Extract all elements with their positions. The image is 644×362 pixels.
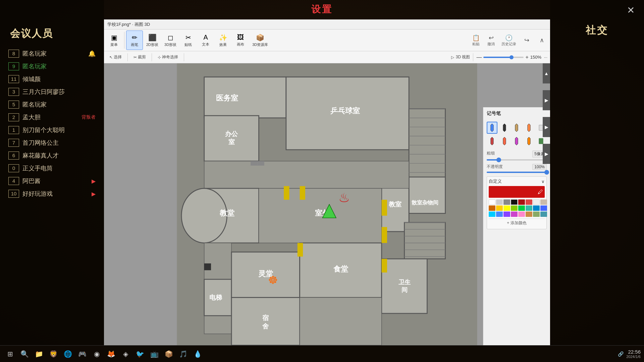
taskbar-app7[interactable]: 💧	[191, 347, 204, 361]
zoom-minus[interactable]: —	[476, 54, 482, 60]
panel-nav-down3[interactable]: ▶	[543, 144, 550, 164]
thickness-slider[interactable]	[487, 159, 547, 161]
zoom-plus[interactable]: +	[525, 54, 528, 60]
color-swatch[interactable]	[496, 199, 503, 205]
toolbar-画布[interactable]: 🖼画布	[232, 31, 249, 50]
magic-select-tool[interactable]: ⊹ 神奇选择	[155, 53, 181, 61]
taskbar-files[interactable]: 📁	[32, 347, 46, 361]
pen-svg-3	[526, 123, 532, 132]
color-swatch[interactable]	[526, 205, 532, 211]
toolbar-right-btn-1[interactable]: ↩撤消	[484, 33, 498, 48]
color-swatch[interactable]	[518, 205, 525, 211]
color-swatch[interactable]	[511, 212, 518, 217]
color-swatch[interactable]	[540, 212, 547, 217]
crop-tool[interactable]: ✂ 裁剪	[131, 53, 149, 61]
toolbar-画笔[interactable]: ✏画笔	[126, 31, 143, 50]
custom-header[interactable]: 自定义 ∨	[489, 178, 545, 184]
color-swatch[interactable]	[496, 212, 503, 217]
color-swatch[interactable]	[489, 212, 495, 217]
color-swatch[interactable]	[489, 205, 495, 211]
color-swatch[interactable]	[540, 205, 547, 211]
toolbar-label-6: 效果	[219, 42, 227, 47]
taskbar-music[interactable]: 🎵	[176, 347, 190, 361]
toolbar-贴纸[interactable]: ✂贴纸	[180, 31, 197, 50]
pen-item-0[interactable]	[487, 122, 497, 134]
pen-item-1[interactable]	[499, 122, 510, 134]
collapse-icon: ∧	[540, 37, 544, 44]
color-swatch[interactable]	[533, 212, 540, 217]
thickness-handle	[496, 158, 501, 162]
toolbar-2D形状[interactable]: ⬛2D形状	[144, 31, 161, 50]
color-swatch[interactable]	[503, 199, 510, 205]
taskbar-edge[interactable]: 🌐	[61, 347, 74, 361]
pen-item-7[interactable]	[511, 135, 522, 147]
toolbar-right-btn-3[interactable]: ↪	[520, 36, 533, 45]
player-item[interactable]: 4阿巴酱▶	[5, 175, 99, 187]
color-swatch[interactable]	[533, 199, 540, 205]
toolbar-3D形状[interactable]: ◻3D形状	[162, 31, 179, 50]
toolbar-效果[interactable]: ✨效果	[215, 31, 231, 50]
pen-item-2[interactable]	[511, 122, 522, 134]
taskbar-app2[interactable]: ◉	[90, 347, 103, 361]
zoom-slider[interactable]	[483, 57, 524, 58]
taskbar-xbox[interactable]: 🎮	[75, 347, 89, 361]
color-swatch[interactable]	[496, 205, 503, 211]
close-button[interactable]: ✕	[624, 3, 637, 17]
pen-item-3[interactable]	[524, 122, 534, 134]
color-swatch[interactable]	[518, 212, 525, 217]
player-item[interactable]: 2孟大胆背叛者	[5, 111, 99, 124]
panel-nav-up[interactable]: ▲	[543, 63, 550, 83]
taskbar: ⊞🔍📁🦁🌐🎮◉🦊◈🐦📺📦🎵💧🔗22:562024/1/6	[0, 345, 644, 362]
taskbar-start[interactable]: ⊞	[3, 347, 17, 361]
color-swatch[interactable]	[526, 212, 532, 217]
taskbar-app6[interactable]: 📦	[162, 347, 175, 361]
player-item[interactable]: 8匿名玩家🔔	[5, 47, 99, 60]
taskbar-app4[interactable]: 🐦	[133, 347, 147, 361]
player-arrow: ▶	[92, 191, 96, 197]
opacity-slider[interactable]	[487, 172, 547, 173]
pen-item-6[interactable]	[499, 135, 510, 147]
toolbar-3D资源库[interactable]: 📦3D资源库	[250, 31, 271, 50]
taskbar-app1[interactable]: 🦁	[47, 347, 60, 361]
color-swatch[interactable]	[526, 199, 532, 205]
panel-nav-mid[interactable]: ▶	[543, 90, 550, 110]
toolbar-collapse[interactable]: ∧	[535, 36, 548, 45]
color-swatch[interactable]	[503, 205, 510, 211]
player-item[interactable]: 1别刀留个大聪明	[5, 124, 99, 136]
pen-item-5[interactable]	[487, 135, 497, 147]
panel-nav-down2[interactable]: ▶	[543, 117, 550, 137]
color-swatch[interactable]	[511, 205, 518, 211]
taskbar-firefox[interactable]: 🦊	[104, 347, 118, 361]
player-item[interactable]: 9匿名玩家	[5, 60, 99, 73]
pen-item-8[interactable]	[524, 135, 534, 147]
player-item[interactable]: 10好好玩游戏▶	[5, 187, 99, 200]
svg-rect-23	[382, 259, 387, 273]
add-color-button[interactable]: + 添加颜色	[489, 219, 545, 227]
tray-icon[interactable]: 🔗	[618, 351, 624, 357]
toolbar-文本[interactable]: A文本	[197, 31, 214, 50]
zoom-more[interactable]: ···	[544, 55, 547, 60]
color-swatch[interactable]	[540, 199, 547, 205]
select-tool[interactable]: ↖ 选择	[107, 53, 124, 61]
player-item[interactable]: 11倾城颜	[5, 73, 99, 85]
custom-color-section: 自定义 ∨ 🖊 + 添加颜色	[487, 176, 547, 229]
active-color-preview[interactable]: 🖊	[489, 186, 545, 198]
taskbar-app5[interactable]: 📺	[148, 347, 161, 361]
taskbar-app3[interactable]: ◈	[119, 347, 132, 361]
color-swatch[interactable]	[533, 205, 540, 211]
player-item[interactable]: 6麻花藤真人才	[5, 149, 99, 162]
toolbar-菜单[interactable]: ▣菜单	[106, 31, 122, 50]
toolbar-right-btn-0[interactable]: 📋粘贴	[469, 33, 483, 48]
color-swatch[interactable]	[503, 212, 510, 217]
taskbar-search[interactable]: 🔍	[18, 347, 31, 361]
player-item[interactable]: 3三月六日阿廖莎	[5, 85, 99, 98]
player-item[interactable]: 7首刀网络公主	[5, 136, 99, 149]
svg-rect-5	[409, 177, 445, 214]
player-item[interactable]: 5匿名玩家	[5, 98, 99, 111]
color-swatch[interactable]	[511, 199, 518, 205]
toolbar-right-btn-2[interactable]: 🕐历史记录	[499, 33, 518, 48]
player-name: 匿名玩家	[22, 101, 96, 109]
player-item[interactable]: 0正义手电筒	[5, 162, 99, 175]
color-swatch[interactable]	[518, 199, 525, 205]
color-swatch[interactable]	[489, 199, 495, 205]
